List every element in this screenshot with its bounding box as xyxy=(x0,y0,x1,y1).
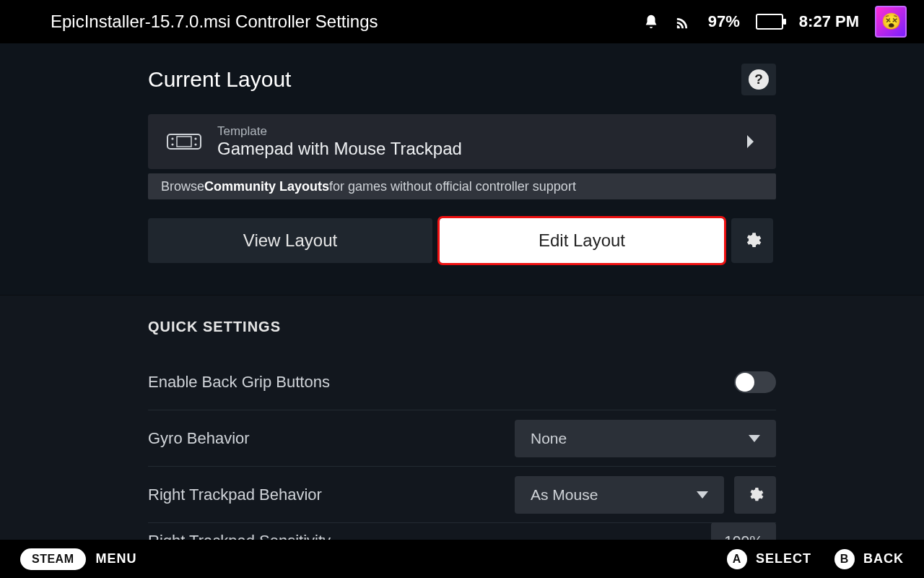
page-title: EpicInstaller-15.7.0.msi Controller Sett… xyxy=(51,12,643,32)
chevron-right-icon xyxy=(746,135,754,148)
topbar: EpicInstaller-15.7.0.msi Controller Sett… xyxy=(0,0,924,43)
row-back-grip-label: Enable Back Grip Buttons xyxy=(148,373,330,392)
battery-icon xyxy=(756,14,783,30)
quick-settings-heading: QUICK SETTINGS xyxy=(148,319,776,335)
bell-icon[interactable] xyxy=(643,13,659,30)
gear-icon xyxy=(743,231,762,250)
bottom-hints: A SELECT B BACK xyxy=(727,549,904,569)
template-label: Template xyxy=(217,124,462,139)
steam-button[interactable]: STEAM xyxy=(20,548,86,570)
hint-select: A SELECT xyxy=(727,549,811,569)
menu-label: MENU xyxy=(96,551,137,566)
back-grip-toggle[interactable] xyxy=(734,371,776,393)
clock: 8:27 PM xyxy=(799,12,859,31)
row-rtracksens-label: Right Trackpad Sensitivity xyxy=(148,532,331,540)
rtrackpad-value: As Mouse xyxy=(531,486,598,504)
layout-heading-row: Current Layout ? xyxy=(148,43,776,95)
template-name: Gamepad with Mouse Trackpad xyxy=(217,139,462,159)
svg-point-1 xyxy=(171,137,173,139)
rtracksens-value: 100% xyxy=(724,532,763,540)
edit-layout-button[interactable]: Edit Layout xyxy=(440,218,724,263)
status-area: 97% 8:27 PM 😵 xyxy=(643,6,907,38)
template-text: Template Gamepad with Mouse Trackpad xyxy=(217,124,462,159)
view-layout-button[interactable]: View Layout xyxy=(148,218,432,263)
rtrackpad-settings-button[interactable] xyxy=(734,476,776,514)
view-layout-label: View Layout xyxy=(243,230,337,251)
rtrackpad-dropdown[interactable]: As Mouse xyxy=(515,476,724,514)
layout-settings-button[interactable] xyxy=(731,218,773,263)
select-label: SELECT xyxy=(756,551,811,566)
back-label: BACK xyxy=(863,551,904,566)
community-text-bold: Community Layouts xyxy=(204,179,329,194)
community-text-post: for games without official controller su… xyxy=(329,179,576,194)
edit-layout-label: Edit Layout xyxy=(539,230,625,251)
community-text-pre: Browse xyxy=(161,179,204,194)
cast-icon[interactable] xyxy=(675,14,692,30)
main: Current Layout ? Template Gamepad with M… xyxy=(0,43,924,540)
rtracksens-value-box[interactable]: 100% xyxy=(711,522,776,540)
help-button[interactable]: ? xyxy=(741,64,776,95)
steam-label: STEAM xyxy=(32,553,74,566)
row-back-grip: Enable Back Grip Buttons xyxy=(148,354,776,410)
row-rtrackpad-behavior: Right Trackpad Behavior As Mouse xyxy=(148,467,776,523)
row-gyro: Gyro Behavior None xyxy=(148,410,776,467)
svg-rect-5 xyxy=(177,137,191,147)
row-rtrackpad-label: Right Trackpad Behavior xyxy=(148,486,322,504)
menu-button[interactable]: MENU xyxy=(96,551,137,566)
template-card[interactable]: Template Gamepad with Mouse Trackpad xyxy=(148,114,776,169)
layout-section: Current Layout ? Template Gamepad with M… xyxy=(148,43,776,263)
chevron-down-icon xyxy=(697,491,708,499)
layout-buttons: View Layout Edit Layout xyxy=(148,218,776,263)
svg-point-2 xyxy=(171,143,173,145)
layout-heading: Current Layout xyxy=(148,67,291,92)
bottombar: STEAM MENU A SELECT B BACK xyxy=(0,540,924,578)
avatar[interactable]: 😵 xyxy=(875,6,907,38)
avatar-emoji: 😵 xyxy=(881,12,901,31)
row-rtrackpad-sensitivity: Right Trackpad Sensitivity 100% xyxy=(148,523,776,540)
hint-back: B BACK xyxy=(834,549,904,569)
gear-icon xyxy=(746,486,764,504)
gyro-value: None xyxy=(531,430,567,447)
chevron-down-icon xyxy=(749,435,760,442)
a-button-icon: A xyxy=(727,549,747,569)
battery-percent: 97% xyxy=(708,12,740,31)
community-layouts-row[interactable]: Browse Community Layouts for games witho… xyxy=(148,173,776,199)
b-button-icon: B xyxy=(834,549,855,569)
svg-point-3 xyxy=(194,137,196,139)
gyro-dropdown[interactable]: None xyxy=(515,420,776,457)
quick-settings: QUICK SETTINGS Enable Back Grip Buttons … xyxy=(0,295,924,540)
help-icon: ? xyxy=(749,69,769,90)
svg-point-4 xyxy=(194,143,196,145)
row-gyro-label: Gyro Behavior xyxy=(148,429,250,448)
controller-icon xyxy=(167,131,201,152)
